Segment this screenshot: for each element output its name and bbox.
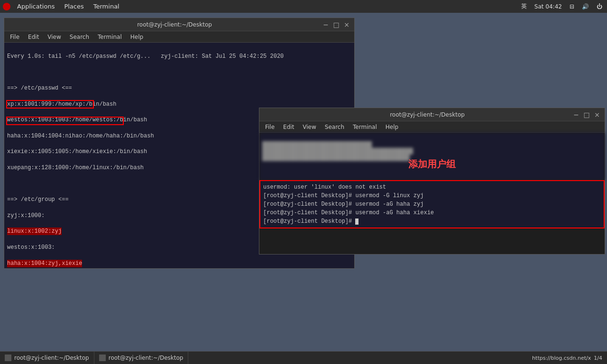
taskbar-item-1[interactable]: root@zyj-client:~/Desktop: [0, 352, 94, 364]
t2-line-4: [root@zyj-client Desktop]#: [263, 218, 359, 225]
taskbar-label-2: root@zyj-client:~/Desktop: [109, 355, 184, 361]
taskbar-right: https://blog.csdn.net/x 1/4: [527, 355, 607, 361]
close-button-1[interactable]: ×: [343, 21, 350, 28]
titlebar-2: root@zyj-client:~/Desktop − □ ×: [259, 108, 605, 121]
terminal-1-menubar: File Edit View Search Terminal Help: [4, 31, 354, 43]
content-line-0: Every 1.0s: tail -n5 /etc/passwd /etc/g.…: [7, 53, 351, 61]
places-menu[interactable]: Places: [59, 2, 88, 11]
menu-edit-1[interactable]: Edit: [24, 33, 43, 41]
titlebar-1: root@zyj-client:~/Desktop − □ ×: [4, 18, 354, 31]
cursor: [355, 218, 359, 225]
top-menubar: Applications Places Terminal 英 Sat 04:42…: [0, 0, 607, 13]
power-icon[interactable]: ⏻: [595, 3, 604, 10]
desktop: root@zyj-client:~/Desktop − □ × File Edi…: [0, 13, 607, 364]
menu-terminal-2[interactable]: Terminal: [349, 123, 381, 131]
taskbar-item-2[interactable]: root@zyj-client:~/Desktop: [94, 352, 189, 364]
content-line-1: [7, 68, 351, 76]
minimize-button-2[interactable]: −: [572, 111, 580, 118]
close-button-2[interactable]: ×: [593, 111, 601, 118]
content-line-2: ==> /etc/passwd <==: [7, 84, 351, 92]
applications-menu[interactable]: Applications: [12, 2, 59, 11]
menu-edit-2[interactable]: Edit: [279, 123, 298, 131]
menu-help-1[interactable]: Help: [127, 33, 147, 41]
menu-file-1[interactable]: File: [6, 33, 23, 41]
content-line-3: xp:x:1001:999:/home/xp:/bin/bash: [7, 100, 351, 109]
t2-line-1: [root@zyj-client Desktop]# usermod -G li…: [263, 192, 423, 199]
terminal-2-title: root@zyj-client:~/Desktop: [282, 111, 572, 118]
menu-view-1[interactable]: View: [44, 33, 64, 41]
menu-help-2[interactable]: Help: [382, 123, 402, 131]
menu-search-1[interactable]: Search: [66, 33, 93, 41]
taskbar-icon-2: [99, 355, 106, 361]
taskbar-url: https://blog.csdn.net/x: [532, 355, 591, 361]
terminal-2-controls: − □ ×: [572, 111, 601, 118]
terminal-2-menubar: File Edit View Search Terminal Help: [259, 121, 605, 133]
maximize-button-2[interactable]: □: [583, 111, 590, 118]
t2-line-0: usermod: user 'linux' does not exist: [263, 184, 386, 191]
maximize-button-1[interactable]: □: [332, 21, 340, 28]
language-indicator: 英: [519, 2, 529, 10]
content-line-13: haha:x:1004:zyj,xiexie: [7, 260, 351, 268]
app-icon: [3, 3, 10, 10]
taskbar-icon-1: [5, 355, 11, 361]
terminal-2-active-area: usermod: user 'linux' does not exist [ro…: [259, 180, 605, 228]
terminal-window-2: root@zyj-client:~/Desktop − □ × File Edi…: [259, 108, 605, 255]
taskbar-label-1: root@zyj-client:~/Desktop: [14, 355, 89, 361]
terminal-2-blurred: ████████████████████████████████ ███████…: [259, 133, 605, 180]
t2-line-3: [root@zyj-client Desktop]# usermod -aG h…: [263, 209, 434, 216]
taskbar-page: 1/4: [594, 355, 602, 361]
network-icon[interactable]: ⊟: [568, 3, 576, 10]
t2-line-2: [root@zyj-client Desktop]# usermod -aG h…: [263, 201, 423, 208]
menu-terminal-1[interactable]: Terminal: [94, 33, 126, 41]
clock: Sat 04:42: [533, 3, 564, 10]
menu-file-2[interactable]: File: [261, 123, 278, 131]
terminal-1-controls: − □ ×: [322, 21, 350, 28]
terminal-2-content: usermod: user 'linux' does not exist [ro…: [259, 180, 605, 228]
volume-icon[interactable]: 🔊: [580, 3, 591, 10]
taskbar: root@zyj-client:~/Desktop root@zyj-clien…: [0, 351, 607, 364]
minimize-button-1[interactable]: −: [322, 21, 330, 28]
menu-view-2[interactable]: View: [299, 123, 320, 131]
menu-search-2[interactable]: Search: [321, 123, 348, 131]
terminal-1-title: root@zyj-client:~/Desktop: [27, 21, 322, 28]
terminal-menu[interactable]: Terminal: [89, 2, 124, 11]
